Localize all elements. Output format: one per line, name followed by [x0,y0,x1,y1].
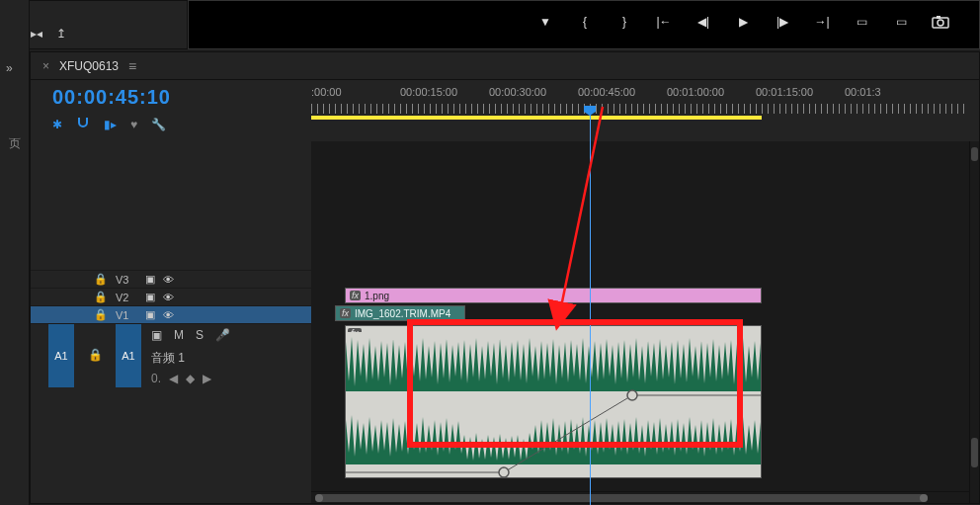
mark-in-brace-icon[interactable]: { [576,13,594,31]
audio-clip-a1[interactable]: fx [345,325,762,478]
close-tab-icon[interactable]: × [42,59,49,73]
lock-icon[interactable]: 🔒 [94,291,108,303]
v-scroll-thumb[interactable] [971,147,978,161]
insert-icon[interactable]: ▸◂ [31,27,42,41]
ruler-tick: :00:00 [311,86,342,98]
video-clip-v2[interactable]: fx 1.png [345,288,762,303]
expand-icon[interactable]: » [6,61,13,75]
play-icon[interactable]: ▶ [734,13,752,31]
ruler-tick: 00:01:15:00 [756,86,813,98]
track-name: V2 [116,292,137,303]
fx-badge: fx [340,308,351,318]
video-track-header-v2[interactable]: 🔒 V2 ▣ 👁 [31,288,311,305]
program-monitor-bar: ▼ { } |← ◀| ▶ |▶ →| ▭ ▭ [188,0,980,49]
fx-badge: fx [350,291,361,300]
panel-group-sidebar: » 页 [0,0,30,505]
toggle-output-icon[interactable]: ▣ [145,308,155,321]
svg-rect-2 [937,16,940,19]
waveform-right [346,405,761,464]
timeline-tool-row: ✱ ▮▸ ♥ 🔧 [52,116,166,132]
marker-icon[interactable]: ♥ [130,118,137,131]
track-content[interactable]: fx 1.png fx IMG_1602.TRIM.MP4 fx [311,141,969,503]
toggle-output-icon[interactable]: ▣ [151,328,162,342]
toggle-output-icon[interactable]: ▣ [145,291,155,303]
mute-toggle[interactable]: M [174,328,184,342]
vertical-scrollbar[interactable] [969,141,979,503]
track-headers: 🔒 V3 ▣ 👁 🔒 V2 ▣ 👁 🔒 V1 ▣ 👁 A1 🔒 A1 [31,141,311,503]
audio-track-label: 音频 1 [151,350,185,367]
h-scroll-thumb[interactable] [315,494,928,502]
solo-toggle[interactable]: S [196,328,204,342]
video-track-header-v3[interactable]: 🔒 V3 ▣ 👁 [31,270,311,288]
timeline-panel: × XFUQ0613 ≡ 00:00:45:10 ✱ ▮▸ ♥ 🔧 :00:00… [30,51,980,504]
mark-out-brace-icon[interactable]: } [615,13,633,31]
horizontal-scrollbar[interactable] [311,491,969,503]
keyframe-value[interactable]: 0. [151,372,161,385]
go-to-out-icon[interactable]: →| [813,13,831,31]
extract-icon[interactable]: ▭ [892,13,910,31]
track-name: V3 [116,274,137,286]
audio-track-header-a1[interactable]: A1 🔒 A1 ▣ M S 🎤 音频 1 0. ◀ ◆ ▶ [31,323,311,402]
timeline-header: 00:00:45:10 ✱ ▮▸ ♥ 🔧 :00:00 00:00:15:00 … [31,80,979,141]
mark-in-icon[interactable]: ▼ [536,13,554,31]
svg-point-9 [627,390,637,400]
magnet-icon[interactable] [76,116,90,132]
snap-icon[interactable]: ✱ [52,118,62,131]
playhead[interactable] [590,112,591,505]
playhead-timecode[interactable]: 00:00:45:10 [52,86,171,109]
step-back-icon[interactable]: ◀| [694,13,712,31]
add-keyframe-icon[interactable]: ◆ [186,372,195,385]
linked-selection-icon[interactable]: ▮▸ [104,118,117,131]
clip-name: IMG_1602.TRIM.MP4 [355,308,450,319]
prev-keyframe-icon[interactable]: ◀ [169,372,178,385]
go-to-in-icon[interactable]: |← [655,13,673,31]
video-clip-v1[interactable]: fx IMG_1602.TRIM.MP4 [335,305,465,321]
ruler-tick: 00:01:3 [845,86,881,98]
wrench-icon[interactable]: 🔧 [151,118,166,131]
toggle-output-icon[interactable]: ▣ [145,273,155,286]
ruler-tick: 00:00:30:00 [489,86,546,98]
camera-icon[interactable] [932,13,949,31]
eye-icon[interactable]: 👁 [163,274,174,286]
lock-icon[interactable]: 🔒 [88,348,103,362]
svg-point-8 [499,467,509,477]
panel-menu-icon[interactable]: ≡ [128,58,136,74]
lock-icon[interactable]: 🔒 [94,308,108,321]
ruler-tick: 00:01:00:00 [667,86,724,98]
svg-point-1 [938,20,943,26]
clip-name: 1.png [365,291,389,301]
lock-icon[interactable]: 🔒 [94,273,108,286]
next-keyframe-icon[interactable]: ▶ [203,372,211,385]
voice-over-icon[interactable]: 🎤 [215,328,230,342]
eye-icon[interactable]: 👁 [163,292,174,303]
step-forward-icon[interactable]: |▶ [774,13,791,31]
work-area-bar[interactable] [311,116,762,120]
sequence-tab[interactable]: XFUQ0613 [59,59,119,73]
time-ruler[interactable]: :00:00 00:00:15:00 00:00:30:00 00:00:45:… [311,86,969,126]
ruler-tick: 00:00:45:00 [578,86,635,98]
timeline-tabbar: × XFUQ0613 ≡ [31,52,979,80]
track-area: 🔒 V3 ▣ 👁 🔒 V2 ▣ 👁 🔒 V1 ▣ 👁 A1 🔒 A1 [31,141,979,503]
track-target-a1[interactable]: A1 [116,324,141,387]
v-scroll-thumb[interactable] [971,438,978,467]
ruler-tick: 00:00:15:00 [400,86,457,98]
track-name: V1 [116,309,137,321]
source-patch-a1[interactable]: A1 [48,324,74,387]
video-track-header-v1[interactable]: 🔒 V1 ▣ 👁 [31,305,311,323]
ruler-tickmarks [311,104,969,114]
transport-controls: ▼ { } |← ◀| ▶ |▶ →| ▭ ▭ [536,13,949,31]
export-frame-icon[interactable]: ↥ [56,27,66,41]
eye-icon[interactable]: 👁 [163,309,174,321]
lift-icon[interactable]: ▭ [853,13,870,31]
waveform-left [346,332,761,391]
